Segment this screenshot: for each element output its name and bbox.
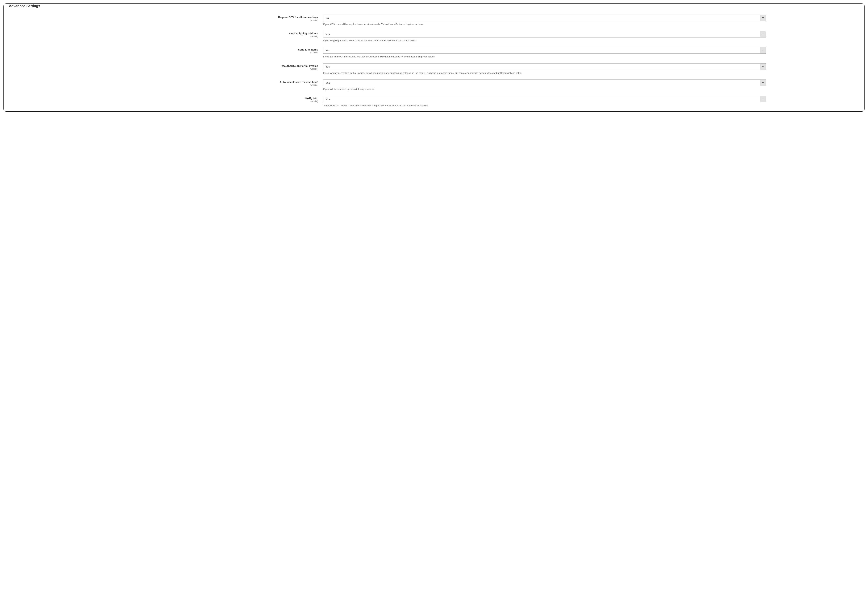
- scope-label: [website]: [8, 68, 318, 70]
- row-reauthorize: Reauthorize on Partial Invoice [website]…: [8, 64, 860, 75]
- verify-ssl-select-wrap: Yes: [323, 96, 766, 102]
- send-line-items-select[interactable]: Yes: [323, 47, 766, 54]
- require-ccv-select[interactable]: No: [323, 15, 766, 21]
- send-line-items-label: Send Line Items: [8, 48, 318, 51]
- scope-label: [website]: [8, 100, 318, 103]
- send-line-items-help: If yes, the items will be included with …: [323, 55, 766, 59]
- require-ccv-help: If yes, CCV code will be required even f…: [323, 23, 766, 26]
- field-col: Yes If yes, the items will be included w…: [323, 47, 766, 59]
- verify-ssl-help: Strongly recommended. Do not disable unl…: [323, 104, 766, 107]
- reauthorize-label: Reauthorize on Partial Invoice: [8, 64, 318, 67]
- reauthorize-select-wrap: Yes: [323, 64, 766, 70]
- field-col: Yes Strongly recommended. Do not disable…: [323, 96, 766, 107]
- auto-save-select[interactable]: Yes: [323, 79, 766, 86]
- require-ccv-select-wrap: No: [323, 15, 766, 21]
- reauthorize-help: If yes, when you create a partial invoic…: [323, 71, 766, 75]
- verify-ssl-select[interactable]: Yes: [323, 96, 766, 102]
- advanced-settings-fieldset: Advanced Settings Require CCV for all tr…: [3, 3, 865, 112]
- field-col: Yes If yes, will be selected by default …: [323, 79, 766, 91]
- send-line-items-select-wrap: Yes: [323, 47, 766, 54]
- auto-save-select-wrap: Yes: [323, 79, 766, 86]
- scope-label: [website]: [8, 84, 318, 86]
- row-send-shipping: Send Shipping Address [website] Yes If y…: [8, 31, 860, 42]
- send-shipping-label: Send Shipping Address: [8, 32, 318, 35]
- label-col: Reauthorize on Partial Invoice [website]: [8, 64, 323, 70]
- row-require-ccv: Require CCV for all transactions [websit…: [8, 15, 860, 26]
- send-shipping-select[interactable]: Yes: [323, 31, 766, 38]
- label-col: Auto-select 'save for next time' [websit…: [8, 79, 323, 86]
- field-col: No If yes, CCV code will be required eve…: [323, 15, 766, 26]
- scope-label: [website]: [8, 52, 318, 54]
- field-col: Yes If yes, when you create a partial in…: [323, 64, 766, 75]
- row-send-line-items: Send Line Items [website] Yes If yes, th…: [8, 47, 860, 59]
- label-col: Send Shipping Address [website]: [8, 31, 323, 38]
- section-title: Advanced Settings: [8, 4, 860, 10]
- scope-label: [website]: [8, 19, 318, 21]
- verify-ssl-label: Verify SSL: [8, 97, 318, 100]
- reauthorize-select[interactable]: Yes: [323, 64, 766, 70]
- auto-save-help: If yes, will be selected by default duri…: [323, 88, 766, 91]
- label-col: Send Line Items [website]: [8, 47, 323, 54]
- scope-label: [website]: [8, 35, 318, 38]
- label-col: Verify SSL [website]: [8, 96, 323, 103]
- field-col: Yes If yes, shipping address will be sen…: [323, 31, 766, 42]
- require-ccv-label: Require CCV for all transactions: [8, 16, 318, 18]
- auto-save-label: Auto-select 'save for next time': [8, 80, 318, 83]
- send-shipping-select-wrap: Yes: [323, 31, 766, 38]
- send-shipping-help: If yes, shipping address will be sent wi…: [323, 39, 766, 42]
- row-auto-save: Auto-select 'save for next time' [websit…: [8, 79, 860, 91]
- label-col: Require CCV for all transactions [websit…: [8, 15, 323, 21]
- row-verify-ssl: Verify SSL [website] Yes Strongly recomm…: [8, 96, 860, 107]
